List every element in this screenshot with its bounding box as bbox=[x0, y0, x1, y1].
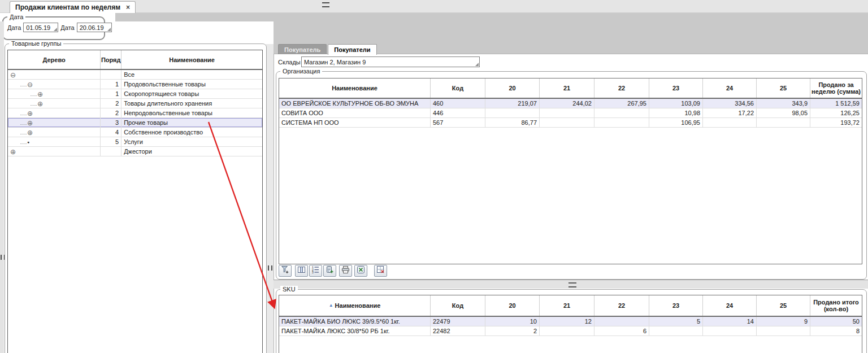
sku-row[interactable]: ПАКЕТ-МАЙКА ЛЮКС 30/8*50 РБ 1кг.22482268 bbox=[279, 326, 862, 336]
organization-cell[interactable]: 343,9 bbox=[757, 99, 810, 108]
organization-cell[interactable] bbox=[485, 108, 540, 117]
expand-icon[interactable]: ⊕ bbox=[27, 111, 33, 117]
sku-row[interactable]: ПАКЕТ-МАЙКА БИО ЛЮКС 39/9.5*60 1кг.22479… bbox=[279, 317, 862, 326]
sku-cell[interactable] bbox=[540, 326, 594, 335]
organization-cell[interactable]: 103,09 bbox=[649, 99, 703, 108]
sku-cell[interactable]: ПАКЕТ-МАЙКА ЛЮКС 30/8*50 РБ 1кг. bbox=[279, 326, 431, 335]
expand-icon[interactable]: ⊕ bbox=[10, 149, 16, 155]
sku-cell[interactable]: 22479 bbox=[431, 317, 485, 326]
leaf-icon[interactable]: ● bbox=[27, 139, 29, 145]
order-cell[interactable]: 1 bbox=[101, 89, 121, 98]
date-to-input[interactable]: 20.06.19 bbox=[77, 23, 112, 32]
sku-cell[interactable] bbox=[594, 317, 649, 326]
tree-node-cell[interactable]: ⊕ bbox=[8, 128, 101, 137]
tree-row[interactable]: ⊕1Скоропортящиеся товары bbox=[8, 89, 262, 99]
organization-cell[interactable] bbox=[540, 108, 594, 117]
sku-col-header[interactable]: 24 bbox=[703, 295, 757, 316]
tree-col-header[interactable]: Наименование bbox=[121, 50, 262, 69]
tab-customer[interactable]: Покупатель bbox=[278, 44, 327, 54]
sku-cell[interactable]: 5 bbox=[649, 317, 703, 326]
clear-table-button[interactable] bbox=[374, 265, 387, 277]
close-icon[interactable]: × bbox=[126, 5, 130, 10]
name-cell[interactable]: Непродовольственные товары bbox=[121, 108, 262, 117]
organization-cell[interactable]: 219,07 bbox=[485, 99, 540, 108]
sku-col-header[interactable]: ▲Наименование bbox=[279, 295, 431, 316]
organization-col-header[interactable]: 24 bbox=[703, 79, 757, 98]
organization-col-header[interactable]: 20 bbox=[485, 79, 540, 98]
horizontal-splitter[interactable] bbox=[274, 280, 868, 289]
name-cell[interactable]: Скоропортящиеся товары bbox=[121, 89, 262, 98]
sku-cell[interactable]: 10 bbox=[485, 317, 540, 326]
organization-col-header[interactable]: 25 bbox=[757, 79, 810, 98]
organization-cell[interactable]: 193,72 bbox=[810, 118, 862, 127]
tree-row[interactable]: ⊕4Собственное производство bbox=[8, 128, 262, 137]
sku-col-header[interactable]: 22 bbox=[594, 295, 649, 316]
organization-col-header[interactable]: Продано за неделю (сумма) bbox=[810, 79, 862, 98]
name-cell[interactable]: Прочие товары bbox=[121, 118, 262, 127]
name-cell[interactable]: Продовольственные товары bbox=[121, 80, 262, 89]
order-cell[interactable] bbox=[101, 70, 121, 79]
order-cell[interactable]: 2 bbox=[101, 108, 121, 117]
sku-cell[interactable]: 6 bbox=[594, 326, 649, 335]
organization-cell[interactable]: 334,56 bbox=[703, 99, 757, 108]
name-cell[interactable]: Все bbox=[121, 70, 262, 79]
organization-cell[interactable] bbox=[757, 118, 810, 127]
organization-cell[interactable]: 567 bbox=[431, 118, 485, 127]
name-cell[interactable]: Товары длительного хранения bbox=[121, 99, 262, 108]
sku-cell[interactable]: ПАКЕТ-МАЙКА БИО ЛЮКС 39/9.5*60 1кг. bbox=[279, 317, 431, 326]
sku-cell[interactable] bbox=[703, 326, 757, 335]
collapse-icon[interactable]: ⊖ bbox=[10, 72, 16, 79]
organization-cell[interactable]: 446 bbox=[431, 108, 485, 117]
order-cell[interactable]: 5 bbox=[101, 137, 121, 146]
date-from-input[interactable]: 01.05.19 bbox=[23, 23, 58, 32]
collapse-icon[interactable]: ⊖ bbox=[27, 82, 33, 88]
organization-cell[interactable] bbox=[703, 118, 757, 127]
organization-row[interactable]: СИСТЕМА НП ООО56786,77106,95193,72 bbox=[279, 118, 862, 128]
tab-customers[interactable]: Покупатели bbox=[328, 44, 376, 55]
tree-row[interactable]: ⊕2Непродовольственные товары bbox=[8, 108, 262, 118]
sku-cell[interactable]: 9 bbox=[757, 317, 810, 326]
expand-icon[interactable]: ⊕ bbox=[27, 120, 33, 127]
top-splitter-grip[interactable] bbox=[322, 2, 329, 7]
sku-cell[interactable] bbox=[649, 326, 703, 335]
tree-col-header[interactable]: Поряд bbox=[101, 50, 121, 69]
name-cell[interactable]: Услуги bbox=[121, 137, 262, 146]
sku-cell[interactable]: 12 bbox=[540, 317, 594, 326]
organization-cell[interactable]: 10,98 bbox=[649, 108, 703, 117]
sku-col-header[interactable]: 25 bbox=[757, 295, 810, 316]
tree-row[interactable]: ⊕Джестори bbox=[8, 147, 262, 156]
sku-cell[interactable]: 22482 bbox=[431, 326, 485, 335]
left-edge-splitter[interactable] bbox=[0, 21, 4, 353]
organization-row[interactable]: СОВИТА ООО44610,9817,2298,05126,25 bbox=[279, 108, 862, 118]
organization-row[interactable]: ОО ЕВРЕЙСКОЕ КУЛЬТУРНОЕ ОБ-ВО ЭМУНА46021… bbox=[279, 99, 862, 108]
expand-icon[interactable]: ⊕ bbox=[37, 101, 43, 107]
name-cell[interactable]: Джестори bbox=[121, 147, 262, 156]
organization-cell[interactable]: 1 512,59 bbox=[810, 99, 862, 108]
report-tab[interactable]: Продажи клиентам по неделям × bbox=[10, 1, 136, 13]
horizontal-splitter-grip[interactable] bbox=[568, 282, 576, 287]
organization-cell[interactable] bbox=[594, 108, 649, 117]
tree-node-cell[interactable]: ⊕ bbox=[8, 118, 101, 127]
order-cell[interactable]: 2 bbox=[101, 99, 121, 108]
organization-cell[interactable]: 106,95 bbox=[649, 118, 703, 127]
sku-col-header[interactable]: 20 bbox=[485, 295, 540, 316]
organization-cell[interactable]: 17,22 bbox=[703, 108, 757, 117]
expand-icon[interactable]: ⊕ bbox=[27, 130, 33, 136]
tree-node-cell[interactable]: ⊕ bbox=[8, 108, 101, 117]
sku-cell[interactable]: 14 bbox=[703, 317, 757, 326]
order-cell[interactable] bbox=[101, 147, 121, 156]
organization-col-header[interactable]: 22 bbox=[594, 79, 649, 98]
name-cell[interactable]: Собственное производство bbox=[121, 128, 262, 137]
sku-col-header[interactable]: Код bbox=[431, 295, 485, 316]
organization-cell[interactable]: 98,05 bbox=[757, 108, 810, 117]
organization-col-header[interactable]: 21 bbox=[540, 79, 594, 98]
organization-col-header[interactable]: Код bbox=[431, 79, 485, 98]
expand-icon[interactable]: ⊕ bbox=[37, 91, 43, 98]
tree-row[interactable]: ⊕3Прочие товары bbox=[8, 118, 262, 128]
sku-cell[interactable] bbox=[757, 326, 810, 335]
organization-cell[interactable]: ОО ЕВРЕЙСКОЕ КУЛЬТУРНОЕ ОБ-ВО ЭМУНА bbox=[279, 99, 431, 108]
filter-add-button[interactable] bbox=[279, 265, 292, 277]
sku-cell[interactable]: 2 bbox=[485, 326, 540, 335]
sku-col-header[interactable]: 23 bbox=[649, 295, 703, 316]
tree-row[interactable]: ⊕2Товары длительного хранения bbox=[8, 99, 262, 108]
